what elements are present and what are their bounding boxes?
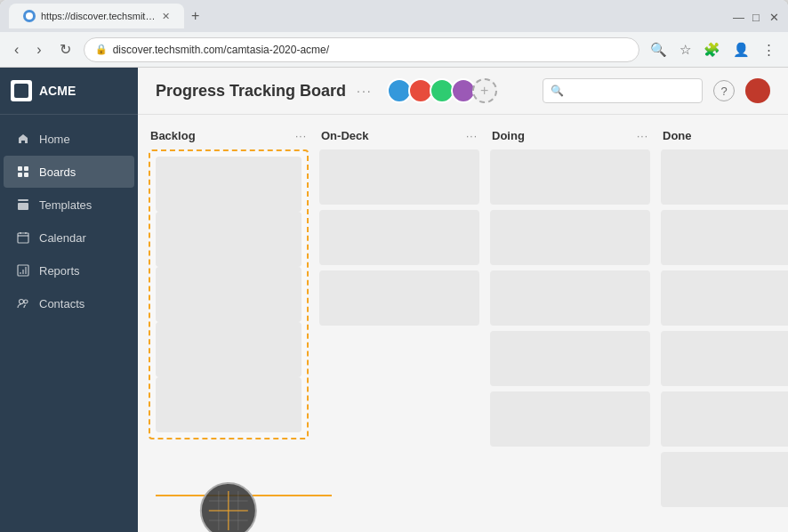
drag-tooltip: 326 x 592 xyxy=(200,482,257,532)
tab-favicon xyxy=(23,10,36,22)
tab-title: https://discover.techsmith.com/c... xyxy=(41,11,157,21)
browser-tab[interactable]: https://discover.techsmith.com/c... ✕ xyxy=(9,4,184,28)
sidebar-logo-inner xyxy=(14,84,28,98)
contacts-icon xyxy=(16,296,30,310)
app-container: ACME Home Boards xyxy=(0,68,788,532)
svg-rect-5 xyxy=(18,199,28,201)
column-done-header: Done ··· xyxy=(661,125,788,149)
sidebar-item-boards[interactable]: Boards xyxy=(4,156,134,188)
column-backlog-menu[interactable]: ··· xyxy=(295,130,307,142)
browser-toolbar: ‹ › ↻ 🔒 discover.techsmith.com/camtasia-… xyxy=(0,32,788,68)
maximize-button[interactable]: □ xyxy=(751,11,761,21)
svg-rect-3 xyxy=(18,173,22,177)
card-done-3[interactable] xyxy=(661,270,788,326)
card-done-5[interactable] xyxy=(661,391,788,447)
sidebar-item-contacts-label: Contacts xyxy=(39,297,84,310)
card-backlog-5[interactable] xyxy=(156,377,302,432)
card-on-deck-1[interactable] xyxy=(319,149,479,205)
column-on-deck-cards xyxy=(319,149,479,521)
column-on-deck-menu[interactable]: ··· xyxy=(466,130,478,142)
sidebar-item-contacts[interactable]: Contacts xyxy=(4,287,134,319)
card-doing-1[interactable] xyxy=(490,149,650,205)
minimize-button[interactable]: — xyxy=(733,11,744,21)
header-help-button[interactable]: ? xyxy=(713,80,735,101)
main-header: Progress Tracking Board ··· + 🔍 ? xyxy=(138,68,788,115)
avatar-group: + xyxy=(390,78,497,103)
svg-point-0 xyxy=(26,12,33,20)
card-backlog-4[interactable] xyxy=(156,322,302,377)
card-on-deck-3[interactable] xyxy=(319,270,479,326)
crosshair-v xyxy=(228,491,229,530)
back-button[interactable]: ‹ xyxy=(9,38,24,61)
address-bar[interactable]: 🔒 discover.techsmith.com/camtasia-2020-a… xyxy=(84,37,639,62)
sidebar-header: ACME xyxy=(0,68,138,115)
card-done-6[interactable] xyxy=(661,452,788,507)
column-doing-title: Doing xyxy=(492,129,525,142)
card-on-deck-2[interactable] xyxy=(319,210,479,265)
card-done-4[interactable] xyxy=(661,331,788,386)
column-done-cards xyxy=(661,149,788,521)
sidebar-item-templates[interactable]: Templates xyxy=(4,189,134,221)
svg-rect-1 xyxy=(18,166,22,171)
sidebar-item-calendar[interactable]: Calendar xyxy=(4,222,134,254)
card-backlog-1[interactable] xyxy=(156,157,302,212)
sidebar-item-reports-label: Reports xyxy=(39,264,80,278)
card-doing-2[interactable] xyxy=(490,210,650,265)
sidebar-item-home-label: Home xyxy=(39,133,70,146)
column-on-deck-title: On-Deck xyxy=(321,129,368,142)
search-toolbar-button[interactable]: 🔍 xyxy=(647,38,671,61)
toolbar-right: 🔍 ☆ 🧩 👤 ⋮ xyxy=(647,38,779,61)
main-content: Progress Tracking Board ··· + 🔍 ? xyxy=(138,68,788,532)
profile-button[interactable]: 👤 xyxy=(729,38,753,61)
forward-button[interactable]: › xyxy=(31,38,46,61)
calendar-icon xyxy=(16,230,30,245)
sidebar-item-boards-label: Boards xyxy=(39,165,76,179)
card-backlog-2[interactable] xyxy=(156,212,302,267)
sidebar: ACME Home Boards xyxy=(0,68,138,532)
column-on-deck-header: On-Deck ··· xyxy=(319,125,479,149)
sidebar-nav: Home Boards Templates xyxy=(0,115,138,532)
crosshair xyxy=(209,491,248,530)
column-backlog: Backlog ··· xyxy=(149,125,309,521)
svg-rect-7 xyxy=(18,233,28,243)
card-doing-4[interactable] xyxy=(490,331,650,386)
refresh-button[interactable]: ↻ xyxy=(54,37,76,61)
column-doing-cards xyxy=(490,149,650,521)
menu-button[interactable]: ⋮ xyxy=(759,38,779,61)
boards-icon xyxy=(16,165,30,179)
column-doing: Doing ··· xyxy=(490,125,650,521)
column-done-title: Done xyxy=(663,129,692,142)
column-doing-menu[interactable]: ··· xyxy=(637,130,648,142)
sidebar-brand: ACME xyxy=(39,84,76,98)
board-title: Progress Tracking Board xyxy=(156,82,346,101)
board-menu-dots[interactable]: ··· xyxy=(357,84,373,98)
sidebar-item-calendar-label: Calendar xyxy=(39,231,86,245)
card-doing-3[interactable] xyxy=(490,270,650,326)
card-done-1[interactable] xyxy=(661,149,788,205)
sidebar-item-templates-label: Templates xyxy=(39,198,92,212)
new-tab-button[interactable]: + xyxy=(191,8,199,24)
board-area: Backlog ··· xyxy=(138,115,788,532)
card-doing-5[interactable] xyxy=(490,391,650,447)
card-done-2[interactable] xyxy=(661,210,788,265)
header-search[interactable]: 🔍 xyxy=(543,78,703,103)
reports-icon xyxy=(16,263,30,278)
drag-circle xyxy=(200,482,257,532)
svg-rect-2 xyxy=(24,166,28,171)
sidebar-item-reports[interactable]: Reports xyxy=(4,254,134,286)
svg-point-9 xyxy=(20,300,24,304)
templates-icon xyxy=(16,197,30,212)
bookmark-button[interactable]: ☆ xyxy=(676,38,695,61)
header-user-avatar[interactable] xyxy=(745,78,770,103)
svg-rect-6 xyxy=(18,203,28,210)
column-backlog-title: Backlog xyxy=(150,129,196,142)
window-controls: — □ ✕ xyxy=(733,11,779,21)
add-member-button[interactable]: + xyxy=(472,78,497,103)
tab-close-button[interactable]: ✕ xyxy=(162,11,170,22)
card-backlog-3[interactable] xyxy=(156,267,302,322)
svg-point-10 xyxy=(24,300,28,303)
close-button[interactable]: ✕ xyxy=(768,11,779,21)
column-backlog-cards xyxy=(149,149,309,439)
sidebar-item-home[interactable]: Home xyxy=(4,123,134,155)
extensions-button[interactable]: 🧩 xyxy=(700,38,724,61)
